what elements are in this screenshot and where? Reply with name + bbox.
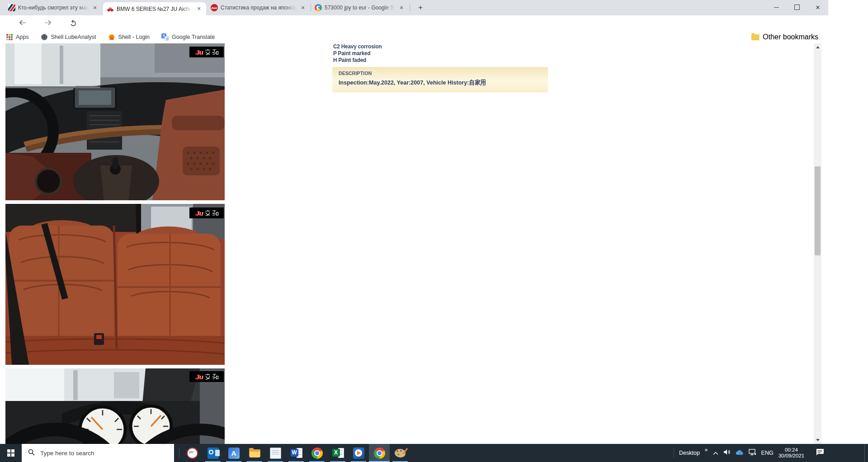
tab-close-icon[interactable]: ✕: [91, 4, 99, 11]
condition-line: H Paint faded: [333, 57, 382, 64]
ju-aichi-watermark: Ju: [189, 371, 224, 382]
forward-icon[interactable]: [42, 18, 53, 28]
taskbar-snipping-tool-icon[interactable]: [182, 444, 203, 462]
tab-title: Статистика продаж на японских: [221, 5, 297, 11]
description-box: DESCRIPTION Inspection:May.2022, Year:20…: [332, 67, 548, 92]
drive2-favicon-icon: [8, 4, 15, 11]
tab-close-icon[interactable]: ✕: [299, 4, 307, 11]
reload-icon[interactable]: [68, 18, 79, 28]
taskbar-separator: [179, 448, 179, 458]
bookmark-google-translate[interactable]: G Google Translate: [161, 33, 215, 41]
condition-notes: C2 Heavy corrosion P Paint marked H Pain…: [333, 43, 382, 64]
clock-time: 00:24: [778, 447, 805, 453]
bookmark-shell-lubeanalyst[interactable]: Shell LubeAnalyst: [41, 33, 96, 41]
translate-bookmark-icon: G: [161, 33, 169, 41]
description-text: Inspection:May.2022, Year:2007, Vehicle …: [339, 79, 486, 87]
windows-logo-icon: [7, 449, 14, 457]
shell-logo-icon: [108, 33, 115, 41]
start-button[interactable]: [0, 444, 22, 462]
action-center-icon[interactable]: [816, 448, 824, 457]
page-scrollbar[interactable]: [814, 43, 821, 444]
language-indicator[interactable]: ENG: [761, 450, 774, 456]
taskbar-file-explorer-icon[interactable]: [244, 444, 265, 462]
bookmark-apps[interactable]: Apps: [6, 34, 29, 40]
tab-title: Кто-нибудь смотрел эту машин: [18, 5, 89, 11]
desktop-toolbar-label[interactable]: Desktop: [679, 450, 700, 456]
window-minimize-button[interactable]: [766, 0, 787, 14]
tab-bmw-auction[interactable]: BMW 6 SERIES №27 JU Aichi ✕: [103, 2, 206, 15]
description-label: DESCRIPTION: [339, 71, 372, 76]
page-content: Ju: [0, 43, 828, 444]
auction-favicon-icon: Auc: [211, 4, 218, 11]
system-tray: Desktop » ENG 00:24 30/09/2021: [674, 444, 824, 462]
bookmarks-bar: Apps Shell LubeAnalyst Shell - Login G G…: [0, 31, 828, 44]
tab-separator: [410, 4, 410, 11]
tab-japan-sales-stats[interactable]: Auc Статистика продаж на японских ✕: [207, 0, 310, 15]
back-icon[interactable]: [17, 18, 28, 28]
taskbar-outlook-icon[interactable]: O: [203, 444, 223, 462]
clock-date: 30/09/2021: [778, 453, 805, 459]
tab-forum-thread[interactable]: Кто-нибудь смотрел эту машин ✕: [5, 0, 102, 15]
new-tab-button[interactable]: +: [415, 2, 426, 13]
globe-icon: [41, 33, 48, 41]
red-car-favicon-icon: [107, 5, 114, 13]
scroll-down-icon[interactable]: [814, 436, 821, 444]
onedrive-cloud-icon[interactable]: [736, 449, 744, 457]
car-photo-dashboard[interactable]: Ju: [5, 43, 225, 200]
scroll-up-icon[interactable]: [814, 43, 821, 51]
tab-strip: Кто-нибудь смотрел эту машин ✕ BMW 6 SER…: [0, 0, 828, 15]
ju-aichi-watermark: Ju: [189, 47, 224, 57]
tab-close-icon[interactable]: ✕: [398, 4, 405, 11]
taskbar-chrome-active-icon[interactable]: [369, 444, 390, 462]
taskbar-paint-icon[interactable]: [390, 444, 410, 462]
tab-separator: [311, 4, 311, 11]
folder-icon: [751, 34, 759, 40]
tab-title: BMW 6 SERIES №27 JU Aichi: [117, 6, 193, 12]
window-maximize-button[interactable]: [787, 0, 807, 14]
taskbar: O A W X: [0, 444, 868, 462]
search-icon: [28, 449, 35, 457]
taskbar-word-icon[interactable]: W: [286, 444, 307, 462]
browser-window: Кто-нибудь смотрел эту машин ✕ BMW 6 SER…: [0, 0, 828, 444]
car-photo-rear-seats[interactable]: Ju: [5, 204, 225, 365]
hidden-icons-chevron-icon[interactable]: [713, 449, 718, 457]
taskbar-notepad-icon[interactable]: [265, 444, 286, 462]
taskbar-media-player-icon[interactable]: [348, 444, 369, 462]
show-desktop-sliver[interactable]: [864, 444, 865, 462]
tab-title: 573000 jpy to eur - Google Search: [325, 5, 395, 11]
tab-close-icon[interactable]: ✕: [195, 5, 203, 13]
car-photo-gauges[interactable]: Ju: [5, 368, 225, 444]
scrollbar-thumb[interactable]: [815, 166, 821, 255]
tab-google-search[interactable]: 573000 jpy to eur - Google Search ✕: [311, 0, 409, 15]
taskbar-excel-icon[interactable]: X: [327, 444, 348, 462]
svg-text:G: G: [166, 37, 169, 41]
taskbar-chrome-icon[interactable]: [307, 444, 327, 462]
bookmark-shell-login[interactable]: Shell - Login: [108, 33, 150, 41]
toolbar-overflow-icon[interactable]: »: [705, 447, 708, 453]
screen: Кто-нибудь смотрел эту машин ✕ BMW 6 SER…: [0, 0, 868, 462]
clock[interactable]: 00:24 30/09/2021: [778, 447, 805, 459]
apps-grid-icon: [6, 34, 13, 40]
network-icon[interactable]: [749, 449, 756, 457]
taskbar-search-input[interactable]: [39, 449, 163, 457]
google-favicon-icon: [315, 4, 322, 11]
taskbar-photo-viewer-icon[interactable]: A: [223, 444, 244, 462]
condition-line: C2 Heavy corrosion: [333, 43, 382, 50]
condition-line: P Paint marked: [333, 50, 382, 57]
taskbar-search[interactable]: [22, 444, 174, 462]
browser-toolbar: Not secure bids.b-pro.ca/st-fo6haXk6Oede…: [0, 15, 828, 31]
tray-separator: [674, 448, 674, 458]
other-bookmarks-button[interactable]: Other bookmarks: [751, 33, 818, 41]
window-close-button[interactable]: ✕: [807, 0, 828, 14]
volume-icon[interactable]: [723, 449, 731, 457]
ju-aichi-watermark: Ju: [189, 207, 224, 218]
